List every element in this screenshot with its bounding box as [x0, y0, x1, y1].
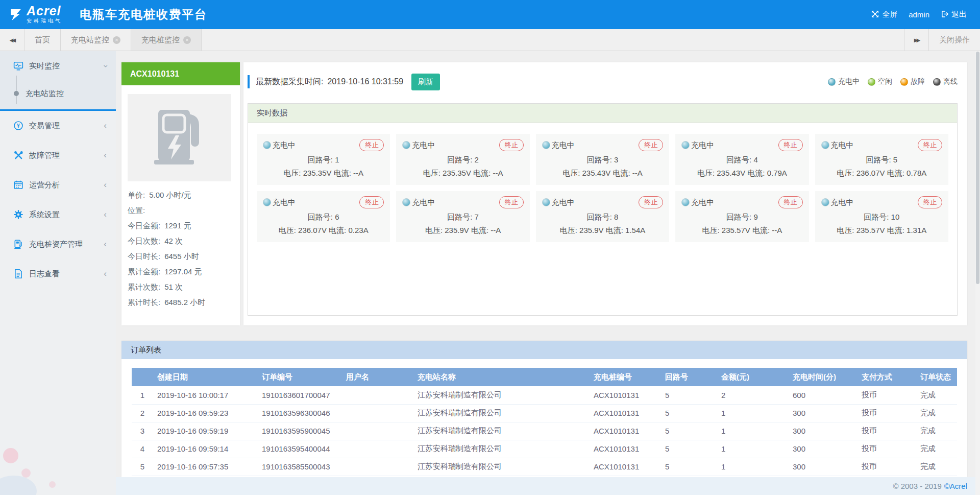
voltage-current: 电压: 236.07V 电流: 0.78A [821, 169, 942, 178]
voltage-current: 电压: 235.35V 电流: --A [263, 169, 384, 178]
table-cell: 完成 [916, 386, 957, 404]
table-row: 52019-10-16 09:57:351910163585500043江苏安科… [132, 458, 957, 476]
terminate-button[interactable]: 终止 [499, 196, 524, 208]
charging-status-icon [821, 198, 829, 206]
table-cell: 1910163595400044 [258, 440, 342, 458]
tab-close-icon[interactable]: × [183, 36, 191, 44]
order-table-wrap: 创建日期订单编号用户名充电站名称充电桩编号回路号金额(元)充电时间(分)支付方式… [121, 359, 967, 476]
table-cell: 投币 [857, 440, 916, 458]
tabs-scroll-right-button[interactable]: ▶▶ [904, 29, 928, 51]
table-cell: 完成 [916, 440, 957, 458]
charging-pile-icon [13, 239, 23, 249]
tab-close-icon[interactable]: × [113, 36, 120, 44]
stat-label: 累计时长: [128, 298, 160, 308]
circuit-card-header: 充电中终止 [542, 196, 663, 208]
charging-status-icon [821, 141, 829, 149]
circuit-number: 回路号: 4 [681, 155, 802, 165]
charging-status-icon [402, 141, 410, 149]
terminate-button[interactable]: 终止 [499, 139, 524, 151]
tab-station-monitor[interactable]: 充电站监控× [61, 29, 131, 51]
table-cell: 300 [789, 422, 857, 440]
username[interactable]: admin [909, 10, 929, 19]
sidebar-item-transaction-management[interactable]: ¥交易管理‹ [0, 111, 116, 140]
table-cell: 1910163595900045 [258, 422, 342, 440]
table-cell: 投币 [857, 458, 916, 476]
sidebar-item-realtime-monitor[interactable]: 实时监控‹ [0, 51, 116, 81]
tabs-scroll-left-button[interactable]: ◀◀ [0, 29, 24, 51]
logout-button[interactable]: 退出 [941, 10, 967, 19]
table-cell: 投币 [857, 422, 916, 440]
chevron-left-icon: ‹ [104, 180, 107, 189]
sidebar-menu: 实时监控‹充电站监控¥交易管理‹故障管理‹运营分析‹系统设置‹充电桩资产管理‹日… [0, 51, 116, 289]
sidebar-item-realtime-monitor-label: 实时监控 [29, 61, 60, 71]
close-operations-button[interactable]: 关闭操作 [928, 29, 980, 51]
table-cell: 1910163596300046 [258, 404, 342, 422]
tab-home[interactable]: 首页 [24, 29, 61, 51]
sidebar-item-pile-asset-management-label: 充电桩资产管理 [29, 240, 83, 249]
terminate-button[interactable]: 终止 [778, 139, 803, 151]
realtime-data-title: 实时数据 [248, 104, 957, 123]
terminate-button[interactable]: 终止 [778, 196, 803, 208]
voltage-current: 电压: 235.35V 电流: --A [402, 169, 523, 178]
chevron-left-icon: ‹ [104, 151, 107, 159]
circuit-card: 充电中终止回路号: 5电压: 236.07V 电流: 0.78A [815, 134, 948, 185]
legend-item: 空闲 [868, 77, 892, 86]
table-row: 32019-10-16 09:59:191910163595900045江苏安科… [132, 422, 957, 440]
active-submenu-dot [14, 91, 19, 96]
table-cell: 2019-10-16 09:57:35 [153, 458, 258, 476]
table-cell: 600 [789, 386, 857, 404]
terminate-button[interactable]: 终止 [918, 196, 942, 208]
tab-pile-monitor[interactable]: 充电桩监控× [131, 29, 202, 51]
accent-bar [248, 75, 250, 88]
legend-dot [933, 78, 941, 86]
pile-image-box [128, 94, 231, 181]
table-cell: 5 [661, 440, 717, 458]
column-header-index [132, 368, 153, 386]
terminate-button[interactable]: 终止 [359, 139, 384, 151]
column-header: 创建日期 [153, 368, 258, 386]
terminate-button[interactable]: 终止 [639, 196, 663, 208]
terminate-button[interactable]: 终止 [639, 139, 663, 151]
topbar-actions: 全屏 admin 退出 [871, 10, 967, 19]
refresh-button[interactable]: 刷新 [411, 74, 440, 90]
terminate-button[interactable]: 终止 [918, 139, 942, 151]
collect-time-value: 2019-10-16 10:31:59 [327, 77, 403, 86]
sidebar-item-operation-analysis[interactable]: 运营分析‹ [0, 170, 116, 200]
tab-bar: ◀◀ 首页充电站监控×充电桩监控× ▶▶ 关闭操作 [0, 29, 980, 51]
sidebar-item-log-viewer[interactable]: 日志查看‹ [0, 259, 116, 289]
table-row: 12019-10-16 10:00:171910163601700047江苏安科… [132, 386, 957, 404]
voltage-current: 电压: 235.43V 电流: --A [542, 169, 663, 178]
chevron-left-icon: ‹ [104, 210, 107, 219]
pile-stats-list: 单价:5.00 小时/元位置:今日金额:1291 元今日次数:42 次今日时长:… [128, 187, 231, 310]
logo-main-text: Acrel [27, 5, 62, 17]
row-index: 3 [132, 422, 153, 440]
table-cell: 江苏安科瑞制造有限公司 [413, 458, 590, 476]
calendar-icon [13, 180, 23, 190]
pile-summary-panel: ACX1010131 单价:5.00 小时/ [121, 62, 240, 325]
column-header: 订单编号 [258, 368, 342, 386]
stat-row: 今日次数:42 次 [128, 233, 231, 249]
circuit-number: 回路号: 1 [263, 155, 384, 165]
page-footer: © 2003 - 2019 ©Acrel [116, 477, 980, 495]
scrollbar-thumb[interactable] [976, 52, 979, 284]
order-table: 创建日期订单编号用户名充电站名称充电桩编号回路号金额(元)充电时间(分)支付方式… [132, 368, 957, 476]
sidebar-item-station-monitor[interactable]: 充电站监控 [0, 81, 116, 106]
stat-row: 累计次数:51 次 [128, 279, 231, 295]
tab-home-label: 首页 [35, 35, 50, 45]
table-cell: 2 [717, 386, 789, 404]
scrollbar[interactable] [975, 51, 980, 495]
stat-label: 位置: [128, 206, 145, 216]
sidebar-item-fault-management[interactable]: 故障管理‹ [0, 140, 116, 170]
table-cell: ACX1010131 [590, 422, 661, 440]
pile-id-header: ACX1010131 [121, 62, 240, 85]
charging-status-label: 充电中 [831, 140, 854, 150]
table-cell: 完成 [916, 422, 957, 440]
circuit-number: 回路号: 3 [542, 155, 663, 165]
legend-dot [900, 78, 908, 86]
brand-link[interactable]: ©Acrel [944, 482, 967, 490]
sidebar-item-system-settings[interactable]: 系统设置‹ [0, 200, 116, 229]
sidebar-item-pile-asset-management[interactable]: 充电桩资产管理‹ [0, 229, 116, 259]
terminate-button[interactable]: 终止 [359, 196, 384, 208]
gear-icon [13, 209, 23, 220]
fullscreen-button[interactable]: 全屏 [871, 10, 897, 19]
